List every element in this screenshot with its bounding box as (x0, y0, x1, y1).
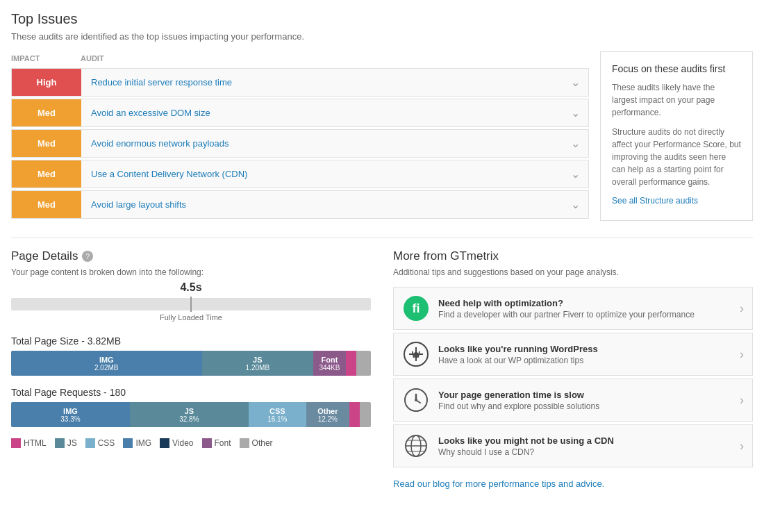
tip-desc: Find a developer with our partner Fiverr… (438, 310, 734, 319)
col-audit-header: AUDIT (81, 54, 104, 63)
legend-item: Video (160, 438, 193, 448)
bar-segment: CSS16.1% (249, 402, 306, 427)
page-details-title-text: Page Details (11, 249, 78, 263)
legend: HTMLJSCSSIMGVideoFontOther (11, 438, 371, 448)
bar-segment: IMG33.3% (11, 402, 130, 427)
section-divider (11, 238, 753, 238)
legend-item: IMG (123, 438, 151, 448)
tip-row[interactable]: W Looks like you're running WordPress Ha… (393, 333, 753, 376)
chevron-right-icon: › (740, 439, 744, 454)
focus-box: Focus on these audits first These audits… (600, 51, 753, 221)
issue-row[interactable]: Med Avoid large layout shifts ⌄ (11, 190, 589, 219)
audit-label: Reduce initial server response time (81, 69, 563, 96)
legend-label: Video (172, 438, 193, 448)
legend-swatch (240, 438, 249, 448)
size-bar: IMG2.02MBJS1.20MBFont344KB (11, 351, 371, 376)
legend-label: JS (67, 438, 77, 448)
bar-segment (346, 351, 357, 376)
chevron-down-icon: ⌄ (563, 160, 588, 188)
legend-swatch (160, 438, 169, 448)
loaded-time-marker: 4.5s (190, 297, 192, 312)
legend-label: CSS (98, 438, 115, 448)
bar-segment: IMG2.02MB (11, 351, 202, 376)
legend-label: IMG (135, 438, 151, 448)
blog-link[interactable]: Read our blog for more performance tips … (393, 479, 604, 489)
tip-content: Need help with optimization? Find a deve… (438, 298, 734, 319)
legend-item: HTML (11, 438, 47, 448)
loaded-time-line (190, 297, 192, 312)
legend-item: CSS (85, 438, 115, 448)
impact-badge: Med (12, 191, 81, 218)
chevron-right-icon: › (740, 347, 744, 362)
legend-item: Other (240, 438, 273, 448)
col-headers: IMPACT AUDIT (11, 51, 589, 65)
focus-box-link[interactable]: See all Structure audits (612, 196, 698, 206)
req-bar: IMG33.3%JS32.8%CSS16.1%Other12.2% (11, 402, 371, 427)
tip-content: Looks like you might not be using a CDN … (438, 435, 734, 457)
bar-segment: Font344KB (313, 351, 346, 376)
legend-label: Font (215, 438, 231, 448)
page-details-col: Page Details ? Your page content is brok… (11, 249, 371, 489)
svg-point-10 (415, 399, 417, 401)
tip-row[interactable]: Your page generation time is slow Find o… (393, 379, 753, 422)
tip-title: Looks like you might not be using a CDN (438, 435, 734, 446)
chevron-right-icon: › (740, 301, 744, 316)
chevron-down-icon: ⌄ (563, 130, 588, 157)
chevron-down-icon: ⌄ (563, 99, 588, 126)
page-requests-title: Total Page Requests - 180 (11, 387, 371, 398)
tip-row[interactable]: fi Need help with optimization? Find a d… (393, 287, 753, 330)
tip-row[interactable]: Looks like you might not be using a CDN … (393, 424, 753, 467)
globe-icon (404, 433, 429, 458)
issue-row[interactable]: Med Avoid enormous network payloads ⌄ (11, 129, 589, 158)
page-subtitle: These audits are identified as the top i… (11, 31, 753, 42)
impact-badge: High (12, 69, 81, 96)
tip-icon (402, 432, 430, 460)
more-sub: Additional tips and suggestions based on… (393, 267, 753, 277)
tip-icon: W (402, 340, 430, 368)
page-size-title: Total Page Size - 3.82MB (11, 335, 371, 347)
svg-text:fi: fi (413, 301, 420, 315)
legend-swatch (202, 438, 212, 448)
focus-box-para1: These audits likely have the largest imp… (612, 81, 741, 119)
clock-icon (404, 388, 429, 413)
legend-swatch (55, 438, 65, 448)
tip-title: Your page generation time is slow (438, 390, 734, 400)
tip-desc: Have a look at our WP optimization tips (438, 356, 734, 365)
loaded-time-wrapper: 4.5s Fully Loaded Time (11, 298, 371, 322)
issues-table: IMPACT AUDIT High Reduce initial server … (11, 51, 589, 221)
top-issues-section: Top Issues These audits are identified a… (11, 11, 753, 221)
issue-row[interactable]: High Reduce initial server response time… (11, 68, 589, 97)
tip-desc: Find out why and explore possible soluti… (438, 401, 734, 411)
page-details-sub: Your page content is broken down into th… (11, 267, 371, 277)
issue-row[interactable]: Med Avoid an excessive DOM size ⌄ (11, 99, 589, 127)
tip-icon (402, 386, 430, 414)
page-title: Top Issues (11, 11, 753, 27)
impact-badge: Med (12, 160, 81, 188)
bar-segment (349, 402, 360, 427)
col-impact-header: IMPACT (11, 54, 81, 63)
svg-text:W: W (412, 349, 421, 360)
legend-label: HTML (24, 438, 47, 448)
chevron-down-icon: ⌄ (563, 69, 588, 96)
focus-box-para2: Structure audits do not directly affect … (612, 126, 741, 188)
bar-segment: JS32.8% (130, 402, 249, 427)
legend-item: JS (55, 438, 77, 448)
impact-badge: Med (12, 130, 81, 157)
wordpress-icon: W (404, 342, 429, 367)
legend-swatch (11, 438, 21, 448)
audit-label: Avoid enormous network payloads (81, 130, 563, 157)
audit-label: Use a Content Delivery Network (CDN) (81, 160, 563, 188)
tip-icon: fi (402, 294, 430, 322)
legend-swatch (123, 438, 133, 448)
tip-content: Looks like you're running WordPress Have… (438, 344, 734, 365)
fiverr-icon: fi (404, 296, 429, 321)
page-requests-section: Total Page Requests - 180 IMG33.3%JS32.8… (11, 387, 371, 427)
chevron-right-icon: › (740, 393, 744, 408)
legend-item: Font (202, 438, 231, 448)
impact-badge: Med (12, 99, 81, 126)
issue-rows: High Reduce initial server response time… (11, 68, 589, 219)
focus-box-title: Focus on these audits first (612, 63, 741, 74)
audit-label: Avoid large layout shifts (81, 191, 563, 218)
issue-row[interactable]: Med Use a Content Delivery Network (CDN)… (11, 160, 589, 188)
help-icon[interactable]: ? (82, 251, 93, 262)
